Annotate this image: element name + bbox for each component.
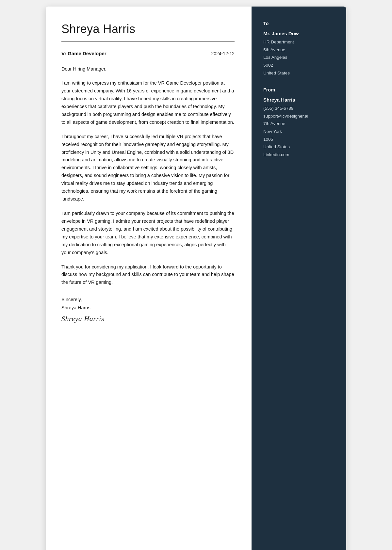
header-divider [61, 41, 235, 41]
closing-block: Sincerely, Shreya Harris [61, 296, 235, 312]
letter-date: 2024-12-12 [211, 51, 235, 56]
from-section: From Shreya Harris (555) 345-6789 suppor… [263, 87, 336, 158]
sender-name: Shreya Harris [263, 97, 336, 103]
recipient-name: Mr. James Dow [263, 31, 336, 36]
sidebar: To Mr. James Dow HR Department 5th Avenu… [252, 7, 346, 550]
closing-line1: Sincerely, [61, 296, 235, 304]
recipient-line5: United States [263, 71, 290, 75]
recipient-line2: 5th Avenue [263, 47, 285, 52]
sender-line3: 1005 [263, 137, 273, 142]
salutation: Dear Hiring Manager, [61, 65, 235, 73]
recipient-details: HR Department 5th Avenue Los Angeles 500… [263, 38, 336, 77]
sender-line1: 7th Avenue [263, 121, 285, 126]
sender-line4: United States [263, 144, 290, 149]
signature: Shreya Harris [61, 315, 235, 323]
sender-line5: Linkedin.com [263, 152, 289, 157]
closing-line2: Shreya Harris [61, 304, 235, 312]
meta-row: Vr Game Developer 2024-12-12 [61, 51, 235, 56]
sender-details: (555) 345-6789 support@cvdesigner.ai 7th… [263, 105, 336, 158]
paragraph-3: I am particularly drawn to your company … [61, 210, 235, 257]
sender-line2: New York [263, 129, 282, 134]
paragraph-2: Throughout my career, I have successfull… [61, 133, 235, 203]
to-label: To [263, 21, 336, 26]
applicant-name: Shreya Harris [61, 22, 235, 36]
cover-letter-page: Shreya Harris Vr Game Developer 2024-12-… [46, 7, 346, 550]
sender-email: support@cvdesigner.ai [263, 114, 308, 119]
sender-phone: (555) 345-6789 [263, 106, 293, 111]
paragraph-4: Thank you for considering my application… [61, 263, 235, 287]
paragraph-1: I am writing to express my enthusiasm fo… [61, 79, 235, 126]
recipient-line1: HR Department [263, 40, 294, 44]
from-label: From [263, 87, 336, 92]
recipient-line3: Los Angeles [263, 55, 287, 60]
main-content: Shreya Harris Vr Game Developer 2024-12-… [46, 7, 252, 550]
job-title: Vr Game Developer [61, 51, 106, 56]
recipient-line4: 5002 [263, 63, 273, 68]
to-section: To Mr. James Dow HR Department 5th Avenu… [263, 21, 336, 77]
